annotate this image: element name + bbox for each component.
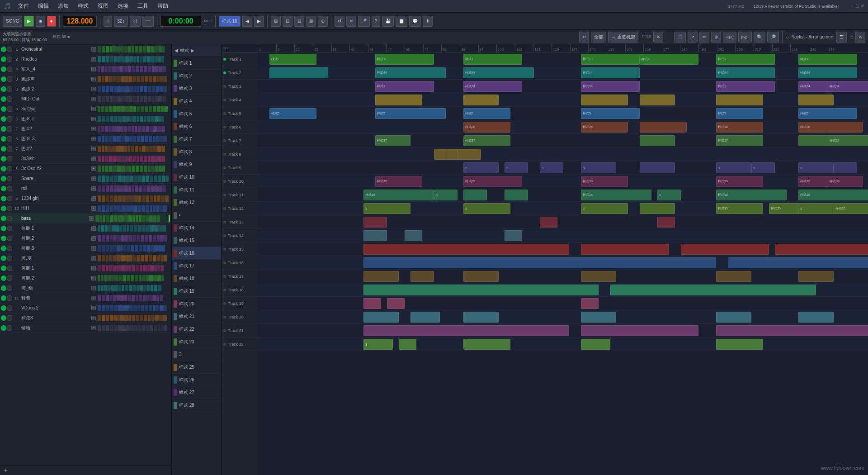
track-content-2[interactable]: 样式1样式34样式34样式1样式34样式34 (258, 80, 868, 93)
ch-name-3[interactable]: 跑步声 (21, 76, 90, 82)
pattern-block-t21-b2[interactable] (463, 339, 510, 350)
channel-row-6[interactable]: 8 3x Osc + (0, 104, 171, 114)
track-label-6[interactable]: Track 7 (222, 134, 258, 147)
ch-add-btn-28[interactable]: + (91, 326, 96, 330)
ch-name-15[interactable]: 1234 girl (21, 196, 90, 201)
pattern-block-t6-b5[interactable]: 样式37 (828, 135, 868, 146)
pattern-block-t10-b0[interactable]: 样式16 (363, 190, 434, 200)
pattern-block-t6-b0[interactable]: 样式37 (375, 135, 410, 146)
track-content-5[interactable]: 样式36样式36样式36样式36 (258, 120, 868, 134)
channel-row-9[interactable]: 5 图.8_3 + (0, 134, 171, 144)
pattern-block-t16-b4[interactable] (716, 271, 751, 282)
pattern-item-7[interactable]: 样式 8 (172, 146, 221, 158)
track-content-4[interactable]: 样式5样式5样式5样式5样式5样式5 (258, 107, 868, 120)
channel-row-17[interactable]: bass + (0, 214, 171, 223)
track-label-0[interactable]: Track 1 (222, 52, 258, 66)
pattern-block-t3-b3[interactable] (640, 95, 675, 105)
ch-solo-23[interactable] (7, 276, 12, 281)
channel-row-21[interactable]: 何.度 + (0, 253, 171, 263)
track-label-19[interactable]: Track 20 (222, 310, 258, 324)
ch-name-10[interactable]: 图.#2 (21, 146, 90, 152)
pattern-block-t11-b3[interactable] (640, 203, 675, 214)
track-label-16[interactable]: Track 17 (222, 270, 258, 283)
pattern-item-15[interactable]: 样式 16 (172, 247, 221, 260)
pattern-block-t1-b5[interactable]: 样式44 (798, 67, 857, 78)
track-content-20[interactable] (258, 324, 868, 337)
ch-name-8[interactable]: 图.#2 (21, 126, 90, 132)
pattern-next[interactable]: ▶ (254, 16, 264, 27)
pattern-block-t11-b1[interactable]: 3 (463, 203, 510, 214)
ch-name-11[interactable]: 3o3ish (21, 156, 90, 161)
ch-mute-28[interactable] (1, 325, 6, 331)
mix-btn-5[interactable]: ⊙ (318, 16, 328, 27)
track-content-14[interactable] (258, 242, 868, 256)
ch-solo-3[interactable] (7, 76, 12, 82)
ch-mute-19[interactable] (1, 236, 6, 241)
ch-name-25[interactable]: 转包 (21, 295, 90, 301)
ch-solo-18[interactable] (7, 226, 12, 231)
pattern-block-t10-b1[interactable]: 3 (434, 190, 458, 200)
track-content-3[interactable] (258, 93, 868, 107)
pattern-item-19[interactable]: 样式 20 (172, 298, 221, 310)
ch-mute-7[interactable] (1, 116, 6, 122)
pattern-block-t20-b0[interactable] (363, 325, 569, 336)
pattern-block-t20-b2[interactable] (716, 325, 868, 336)
pattern-item-14[interactable]: 样式 15 (172, 234, 221, 247)
back-btn[interactable]: ↩ (579, 32, 589, 43)
ch-name-27[interactable]: 和弦8 (21, 315, 90, 321)
ch-solo-11[interactable] (7, 156, 12, 162)
pattern-item-1[interactable]: 样式 2 (172, 70, 221, 82)
mix-btn-1[interactable]: ⊞ (271, 16, 281, 27)
channel-row-22[interactable]: 何鹏.1 + (0, 263, 171, 273)
pattern-block-t8-b4[interactable] (640, 162, 675, 173)
mix-btn-4[interactable]: ⊠ (306, 16, 316, 27)
pattern-item-6[interactable]: 样式 7 (172, 133, 221, 146)
ch-mute-13[interactable] (1, 176, 6, 181)
pattern-block-t0-b6[interactable]: 样式1 (798, 54, 857, 65)
pl-tool-6[interactable]: ▷▷ (738, 32, 752, 43)
ch-add-btn-18[interactable]: + (91, 226, 96, 231)
channel-row-18[interactable]: 何鹏.1 + (0, 223, 171, 233)
track-label-9[interactable]: Track 10 (222, 175, 258, 188)
pattern-block-t2-b3[interactable]: 样式1 (716, 81, 775, 92)
ch-solo-22[interactable] (7, 266, 12, 271)
ch-solo-4[interactable] (7, 86, 12, 92)
ch-name-2[interactable]: 军人_4 (21, 66, 90, 72)
pl-menu-btn[interactable]: ☰ (836, 32, 847, 43)
pattern-block-t16-b0[interactable] (363, 271, 399, 282)
ch-solo-0[interactable] (7, 47, 12, 52)
mix-btn-3[interactable]: ⊟ (294, 16, 304, 27)
pattern-item-13[interactable]: 样式 14 (172, 222, 221, 234)
pl-tool-3[interactable]: ✏ (699, 32, 709, 43)
pattern-block-t4-b3[interactable]: 样式5 (581, 108, 640, 119)
menu-style[interactable]: 样式 (76, 1, 90, 11)
ch-add-btn-27[interactable]: + (91, 316, 96, 320)
pattern-block-t10-b3[interactable] (505, 190, 528, 200)
pattern-block-t8-b0[interactable]: 3 (463, 162, 499, 173)
pattern-block-t16-b3[interactable] (581, 271, 616, 282)
pl-tool-5[interactable]: ◁◁ (723, 32, 736, 43)
pattern-block-t12-b0[interactable] (363, 217, 387, 228)
pattern-block-t4-b1[interactable]: 样式5 (375, 108, 446, 119)
track-label-2[interactable]: Track 3 (222, 80, 258, 93)
ch-name-0[interactable]: Orchestral (21, 47, 90, 52)
track-content-18[interactable] (258, 297, 868, 310)
ch-mute-2[interactable] (1, 66, 6, 72)
ch-solo-25[interactable] (7, 295, 12, 301)
pattern-block-t21-b0[interactable]: 3 (363, 339, 393, 350)
pattern-item-3[interactable]: 样式 4 (172, 95, 221, 108)
icon-btn-1[interactable]: ↺ (335, 16, 344, 27)
ch-add-btn-22[interactable]: + (91, 266, 96, 271)
track-content-12[interactable] (258, 215, 868, 229)
ch-name-1[interactable]: Rhodes (21, 57, 90, 62)
ch-solo-20[interactable] (7, 246, 12, 251)
bpm-display[interactable]: 128.000 (63, 16, 97, 27)
pattern-block-t1-b1[interactable]: 样式44 (375, 67, 446, 78)
ch-mute-9[interactable] (1, 136, 6, 142)
ch-add-btn-15[interactable]: + (91, 196, 96, 201)
track-label-15[interactable]: Track 16 (222, 256, 258, 270)
pattern-block-t8-b8[interactable] (834, 162, 857, 173)
pattern-block-t5-b0[interactable]: 样式36 (463, 122, 510, 133)
ch-mute-21[interactable] (1, 256, 6, 261)
pattern-block-t1-b2[interactable]: 样式44 (463, 67, 534, 78)
